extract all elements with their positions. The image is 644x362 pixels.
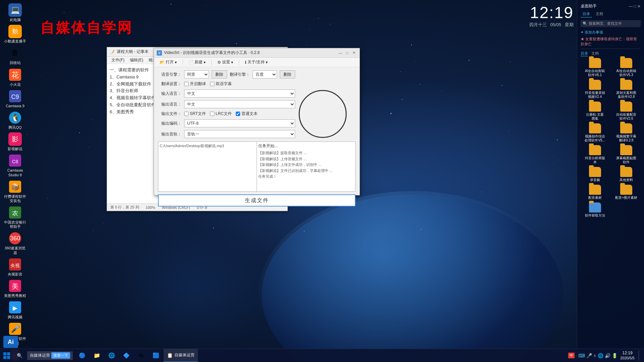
generate-button[interactable]: 生成文件 (158, 194, 356, 206)
tab-doc[interactable]: 文档 (591, 51, 599, 56)
taskbar-icon-explorer[interactable]: 📁 (91, 349, 103, 362)
toolbar-about[interactable]: ℹ关于/支持▾ (242, 58, 271, 66)
taskbar-search-icon[interactable]: 🔍 (13, 349, 25, 362)
network-icon[interactable]: 🌐 (598, 353, 603, 358)
videosrt-body: 语音引擎： 阿里 删除 翻译引擎： 百度 删除 翻译设置： 开启翻译 (154, 67, 299, 141)
folder-ruanjian[interactable]: 软件获取方法 (581, 202, 609, 218)
folder-ai2[interactable]: AI全自动剪辑软件V5.3 (612, 58, 641, 77)
checkbox-auto-translate[interactable]: 开启翻译 (184, 81, 206, 87)
search-placeholder-text: 搜索网页、查找文件 (589, 21, 622, 26)
speech-engine-row: 语音引擎： 阿里 删除 翻译引擎： 百度 删除 (158, 70, 295, 78)
taskbar-icon-store[interactable]: 🛍 (135, 349, 147, 362)
videosrt-minimize[interactable]: — (337, 50, 343, 56)
notepad-menu-file[interactable]: 文件(F) (109, 57, 127, 63)
taskbar-time: 12:19 (620, 351, 635, 356)
taskbar-clock[interactable]: 12:19 2020/5/5 (620, 351, 635, 361)
folder-peiyincai[interactable]: 配音素材 (581, 185, 609, 200)
svg-rect-29 (3, 352, 6, 355)
taskbar-search-btn[interactable]: 搜索一下 (51, 352, 70, 359)
icon-cctv[interactable]: 央视 央视影音 (3, 258, 27, 277)
show-desktop-btn[interactable] (639, 351, 641, 361)
tray-more[interactable]: ∧ (593, 353, 596, 358)
translate-engine-delete[interactable]: 删除 (280, 70, 295, 78)
taskbar-active-item[interactable]: 📋 自媒体运营 (164, 349, 198, 362)
translate-engine-select[interactable]: 百度 (253, 70, 277, 78)
watermark-text: 自媒体自学网 (40, 18, 133, 37)
icon-recycle[interactable]: 🗑 回收站 (3, 46, 27, 65)
loading-circle (296, 87, 350, 141)
taskbar-icon-edge[interactable]: 🔷 (120, 349, 132, 362)
videosrt-title: VideoSrt - 识别视频语音生成字幕文件的小工具 · 0.2.8 (164, 50, 337, 56)
icon-camtasia8[interactable]: C8 Camtasia Studio 8 (3, 154, 27, 177)
mic-icon[interactable]: 🎤 (586, 353, 592, 358)
folder-douyin2[interactable]: 抖音分析师版本 (581, 145, 609, 164)
checkbox-bilingual[interactable]: 双语字幕 (210, 81, 232, 87)
folder-shipin[interactable]: 视频创作综合处理软件V5... (581, 123, 609, 142)
speech-engine-select[interactable]: 阿里 (184, 70, 209, 78)
icon-computer[interactable]: 💻 此电脑 (3, 3, 27, 22)
taskbar-icon-cortana[interactable]: 🔵 (76, 349, 88, 362)
toolbar-open[interactable]: 📂打开▾ (157, 58, 180, 66)
svg-text:C9: C9 (11, 94, 19, 100)
checkbox-srt[interactable]: SRT文件 (184, 111, 206, 117)
right-pane-content: 【影视解说】提取音频文件 ... 【影视解说】上传音频文件 ... 【影视解说】… (258, 150, 354, 180)
notepad-menu-edit[interactable]: 编辑(E) (127, 57, 146, 63)
folder-peiyin[interactable]: 自动批量配音软件V2.6 (612, 102, 641, 121)
output-track-label: 输出音轨： (158, 131, 181, 137)
icon-360[interactable]: 360 360速速浏览器 (3, 232, 27, 255)
videosrt-app-icon: V (157, 50, 162, 56)
icon-tencent-video[interactable]: ▶ 腾讯视频 (3, 301, 27, 319)
videosrt-maximize[interactable]: □ (344, 50, 350, 56)
icon-xiaohuo[interactable]: 花 小火花 (3, 68, 27, 87)
left-pane[interactable]: C:/Users/Admin/Desktop/影视解说.mp3 (158, 141, 257, 192)
folder-screen[interactable]: 屏幕截图贴图软件 (612, 145, 641, 164)
speech-engine-delete[interactable]: 删除 (212, 70, 227, 78)
input-lang-select[interactable]: 中文 (184, 89, 295, 98)
checkbox-lrc[interactable]: LRC文件 (210, 111, 232, 117)
folder-luyin[interactable]: 录音极 (581, 167, 609, 182)
folder-other[interactable]: 其他资料 (612, 167, 641, 182)
icon-yingshi1[interactable]: 影 影视解说 (3, 132, 27, 151)
tab-dir-active[interactable]: 目录 (581, 51, 588, 56)
tab-directory[interactable]: 目录 (581, 11, 592, 17)
icon-camtasia9[interactable]: C9 Camtasia 9 (3, 89, 27, 108)
taskbar-icon-vs[interactable]: 🟦 (150, 349, 162, 362)
icon-qq[interactable]: 🐧 腾讯QQ (3, 111, 27, 130)
toolbar-new[interactable]: 📄新建▾ (185, 58, 209, 66)
keyboard-icon[interactable]: ⌨ (578, 353, 585, 358)
tab-document[interactable]: 文档 (594, 11, 605, 17)
output-track-select[interactable]: 音轨一 (184, 130, 295, 138)
icon-meitu[interactable]: 美 美图秀秀教程 (3, 279, 27, 298)
output-encoding-select[interactable]: UTF-8 (184, 119, 295, 127)
ai-corner-icon[interactable]: Ai (3, 336, 18, 348)
battery-icon[interactable]: 🔋 (612, 353, 618, 358)
notepad-zoom: 100% (146, 205, 155, 209)
folder-douyin[interactable]: 抖音批量原创视频V2.4 (581, 80, 609, 99)
right-panel-close[interactable]: — □ ✕ (629, 4, 641, 9)
output-lang-select[interactable]: 中文 (184, 100, 295, 108)
folder-zimu[interactable]: 视频频繁字幕翻译0.2.8 (612, 123, 641, 142)
videosrt-close[interactable]: ✕ (351, 50, 357, 56)
toolbar-settings[interactable]: ⚙设置▾ (214, 58, 236, 66)
videosrt-titlebar: V VideoSrt - 识别视频语音生成字幕文件的小工具 · 0.2.8 — … (154, 48, 360, 58)
right-panel-search[interactable]: 🔍 搜索网页、查找文件 (581, 20, 641, 27)
icon-xiaoe[interactable]: 鹅 小鹅通直播手 (3, 25, 27, 44)
output-track-row: 输出音轨： 音轨一 (158, 130, 295, 138)
svg-rect-30 (7, 352, 10, 355)
taskbar-start-button[interactable] (0, 349, 13, 362)
folder-peiyintu[interactable]: 配音+图片素材 (612, 185, 641, 200)
taskbar-search-box[interactable]: 自媒体运营 搜索一下 (25, 349, 74, 362)
system-tray: 中 · ⌨ 🎤 ∧ 🌐 🔊 🔋 12:19 2020/5/5 (565, 351, 644, 361)
icon-bank[interactable]: 农 中国农业银行帮助手 (3, 206, 27, 229)
add-task-link[interactable]: ✦ 添加办事项 (581, 30, 641, 35)
icon-fushu[interactable]: 📦 付费课程软件安装包 (3, 180, 27, 203)
volume-icon[interactable]: 🔊 (605, 353, 610, 358)
folder-ai1[interactable]: AI全自动剪辑软件V6.1 (581, 58, 609, 77)
shurufa-icon[interactable]: 中 (568, 353, 575, 358)
folder-zhuce[interactable]: 注册机·文案图集 (581, 102, 609, 121)
checkbox-txt[interactable]: 普通文本 (236, 111, 258, 117)
folder-wenas[interactable]: 原创文案和图集软件V2.8 (612, 80, 641, 99)
svg-rect-32 (7, 356, 10, 359)
output-file-checkboxes: SRT文件 LRC文件 普通文本 (184, 111, 258, 117)
taskbar-icon-chrome[interactable]: 🌐 (106, 349, 118, 362)
